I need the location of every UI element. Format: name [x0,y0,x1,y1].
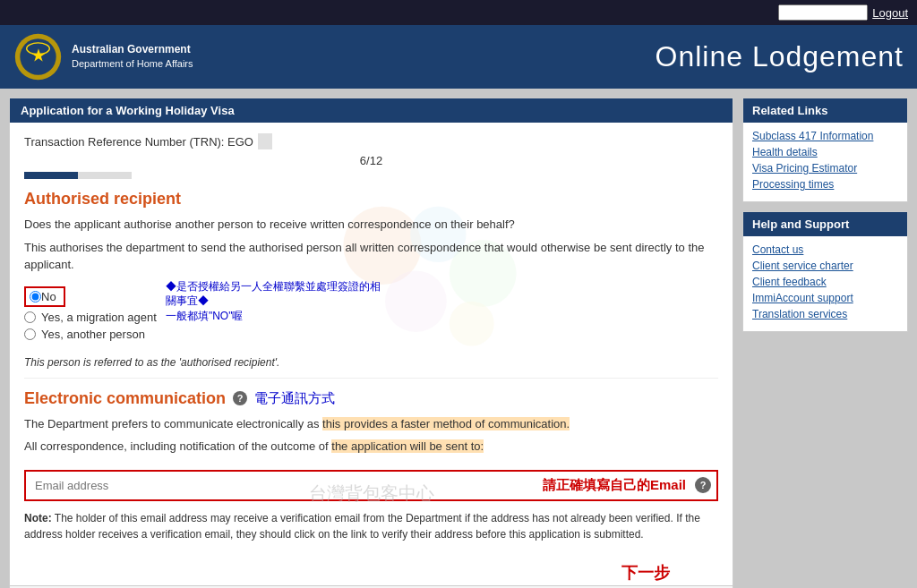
sidebar-link-immiaccount[interactable]: ImmiAccount support [752,292,898,304]
radio-no-label: No [41,290,56,303]
elec-comm-section: Electronic communication ? 電子通訊方式 The De… [24,389,718,542]
page-title: Online Lodgement [655,40,904,73]
trn-label: Transaction Reference Number (TRN): EGO [24,135,253,149]
authorised-section: Authorised recipient Does the applicant … [24,190,718,369]
sidebar-link-processing[interactable]: Processing times [752,178,898,191]
content-body: Transaction Reference Number (TRN): EGO … [10,123,733,562]
radio-agent-option: Yes, a migration agent [24,311,157,324]
page-indicator: 6/12 [24,154,718,167]
authorised-inner: Authorised recipient Does the applicant … [24,190,718,369]
trn-row: Transaction Reference Number (TRN): EGO … [24,133,718,149]
top-search-input[interactable] [778,4,868,21]
related-links-section: Related Links Subclass 417 Information H… [742,98,908,202]
logout-link[interactable]: Logout [872,6,908,20]
progress-bar-container [24,172,132,179]
help-support-body: Contact us Client service charter Client… [743,236,907,331]
next-annotation: 下一步 [10,562,733,584]
related-links-body: Subclass 417 Information Health details … [743,123,907,201]
radio-person-label: Yes, another person [41,328,145,341]
header: ★ Australian Government Department of Ho… [0,25,917,89]
crest-icon: ★ [13,32,63,81]
sidebar-link-417[interactable]: Subclass 417 Information [752,130,898,142]
top-bar: Logout [0,0,917,25]
help-support-section: Help and Support Contact us Client servi… [742,211,908,332]
email-annotation: 請正確填寫自己的Email [534,477,695,494]
radio-no-input[interactable] [30,291,41,303]
sidebar: Related Links Subclass 417 Information H… [742,98,908,588]
radio-person-input[interactable] [24,328,36,340]
email-row: 請正確填寫自己的Email ? [24,470,718,501]
email-section: 請正確填寫自己的Email ? 台灣背包客中心 [24,461,718,510]
email-help-icon[interactable]: ? [695,477,711,493]
diamond-icon-right: ◆ [198,294,209,307]
bottom-toolbar: ⇦ Previous 💾 Save 🖨 Print › Go to my acc… [10,585,733,589]
authorised-desc2: This authorises the department to send t… [24,239,718,274]
elec-comm-desc1: The Department prefers to communicate el… [24,415,718,433]
elec-comm-chinese: 電子通訊方式 [254,390,335,407]
svg-text:★: ★ [31,47,46,64]
authorised-title: Authorised recipient [24,190,718,209]
sidebar-link-service-charter[interactable]: Client service charter [752,260,898,272]
elec-comm-desc2: All correspondence, including notificati… [24,438,718,456]
note-label: Note: [24,512,52,524]
progress-bar-fill [24,172,78,179]
radio-agent-label: Yes, a migration agent [41,311,157,324]
sidebar-link-client-feedback[interactable]: Client feedback [752,276,898,288]
content-header: Application for a Working Holiday Visa [10,98,733,123]
email-input[interactable] [26,472,534,499]
radio-agent-input[interactable] [24,311,36,323]
recipient-note: This person is referred to as the 'autho… [24,356,718,369]
elec-comm-help-icon[interactable]: ? [233,391,247,405]
dept-name: Department of Home Affairs [72,57,193,71]
radio-group: No Yes, a migration agent Yes, another p… [24,286,157,345]
sidebar-link-health[interactable]: Health details [752,146,898,158]
gov-name: Australian Government [72,42,193,57]
help-support-header: Help and Support [743,212,907,236]
sidebar-link-contact[interactable]: Contact us [752,243,898,256]
elec-comm-title-row: Electronic communication ? 電子通訊方式 [24,389,718,408]
note-box: Note: The holder of this email address m… [24,510,718,542]
radio-annotation-container: No Yes, a migration agent Yes, another p… [24,279,718,352]
note-text: The holder of this email address may rec… [24,512,700,541]
related-links-header: Related Links [743,98,907,123]
no-annotation: ◆是否授權給另一人全權聯繫並處理簽證的相關事宜◆ 一般都填"NO"喔 [166,279,390,324]
main-layout: Application for a Working Holiday Visa T… [0,89,917,588]
app-title: Application for a Working Holiday Visa [21,104,235,117]
authorised-desc1: Does the applicant authorise another per… [24,216,718,234]
sidebar-link-visa-pricing[interactable]: Visa Pricing Estimator [752,162,898,175]
logo-text: Australian Government Department of Home… [72,42,193,71]
logo: ★ Australian Government Department of Ho… [13,32,193,81]
content-area: Application for a Working Holiday Visa T… [9,98,733,588]
diamond-icon-left: ◆ [166,280,176,293]
trn-value: ​​​​​​​​ [258,133,272,149]
radio-person-option: Yes, another person [24,328,157,341]
radio-no-box: No [24,286,65,307]
sidebar-link-translation[interactable]: Translation services [752,308,898,320]
elec-comm-title: Electronic communication [24,389,226,408]
